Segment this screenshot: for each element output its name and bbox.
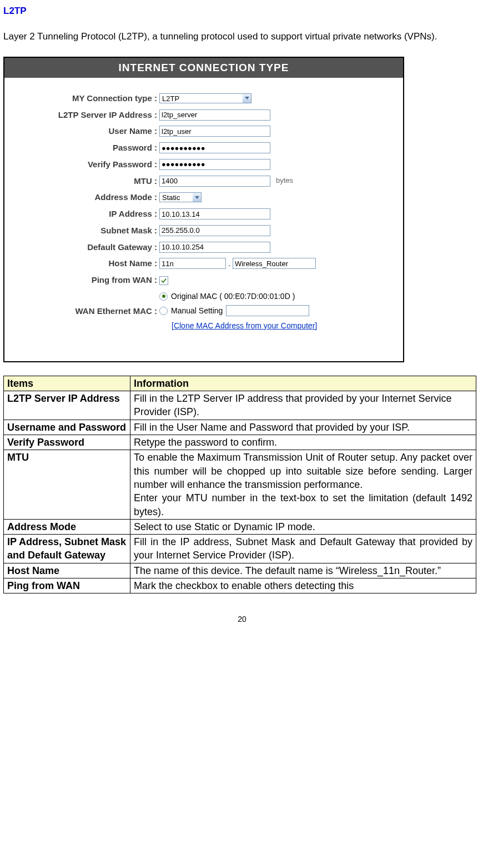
label-server-ip: L2TP Server IP Address :	[16, 109, 159, 121]
label-username: User Name :	[16, 125, 159, 137]
cell-info: Retype the password to confirm.	[130, 435, 476, 450]
mac-manual-label: Manual Setting	[171, 305, 223, 316]
cell-item: IP Address, Subnet Mask and Default Gate…	[4, 535, 130, 563]
label-host-name: Host Name :	[16, 257, 159, 270]
mtu-unit: bytes	[276, 176, 293, 186]
ip-address-input[interactable]	[159, 208, 270, 220]
header-information: Information	[130, 376, 476, 391]
row-host-name: Host Name : .	[16, 257, 392, 270]
connection-type-value: L2TP	[159, 93, 243, 103]
cell-item: L2TP Server IP Address	[4, 391, 130, 420]
table-row: L2TP Server IP Address Fill in the L2TP …	[4, 391, 476, 420]
table-row: Verify Password Retype the password to c…	[4, 435, 476, 450]
verify-password-input[interactable]	[159, 159, 270, 170]
cell-info: Fill in the L2TP Server IP address that …	[130, 391, 476, 420]
label-address-mode: Address Mode :	[16, 191, 159, 203]
table-row: Username and Password Fill in the User N…	[4, 420, 476, 435]
label-ping-from-wan: Ping from WAN :	[16, 274, 159, 286]
cell-info: Select to use Static or Dynamic IP mode.	[130, 519, 476, 534]
cell-item: Username and Password	[4, 420, 130, 435]
radio-manual-mac[interactable]	[159, 307, 168, 315]
cell-info: To enable the Maximum Transmission Unit …	[130, 450, 476, 519]
label-wan-mac: WAN Ethernet MAC :	[16, 305, 159, 317]
mac-option-original[interactable]: Original MAC ( 00:E0:7D:00:01:0D )	[159, 291, 317, 302]
host-name-input-2[interactable]	[233, 258, 316, 269]
label-verify-password: Verify Password :	[16, 158, 159, 171]
connection-type-select[interactable]: L2TP	[159, 93, 251, 103]
host-name-input-1[interactable]	[159, 258, 226, 269]
table-row: IP Address, Subnet Mask and Default Gate…	[4, 535, 476, 563]
cell-info: The name of this device. The default nam…	[130, 563, 476, 578]
subnet-mask-input[interactable]	[159, 225, 270, 236]
address-mode-value: Static	[159, 192, 193, 202]
row-username: User Name :	[16, 125, 392, 137]
clone-mac-link[interactable]: [Clone MAC Address from your Computer]	[172, 320, 317, 331]
cell-item: Ping from WAN	[4, 578, 130, 593]
row-ip-address: IP Address :	[16, 208, 392, 220]
password-input[interactable]	[159, 142, 270, 153]
label-connection-type: MY Connection type :	[16, 92, 159, 104]
host-name-separator: .	[228, 258, 230, 269]
table-header-row: Items Information	[4, 376, 476, 391]
page-number: 20	[3, 613, 481, 625]
info-table: Items Information L2TP Server IP Address…	[3, 376, 476, 593]
config-panel: INTERNET CONNECTION TYPE MY Connection t…	[3, 57, 404, 362]
label-ip-address: IP Address :	[16, 208, 159, 220]
check-icon	[161, 278, 167, 283]
radio-original-mac[interactable]	[159, 292, 168, 301]
row-wan-mac: WAN Ethernet MAC : Original MAC ( 00:E0:…	[16, 291, 392, 331]
label-mtu: MTU :	[16, 175, 159, 187]
cell-info: Fill in the IP address, Subnet Mask and …	[130, 535, 476, 563]
mac-original-label: Original MAC ( 00:E0:7D:00:01:0D )	[171, 291, 295, 302]
header-items: Items	[4, 376, 130, 391]
row-mtu: MTU : bytes	[16, 175, 392, 187]
ping-from-wan-checkbox[interactable]	[159, 276, 168, 285]
cell-item: Host Name	[4, 563, 130, 578]
table-row: Address Mode Select to use Static or Dyn…	[4, 519, 476, 534]
cell-info: Mark the checkbox to enable others detec…	[130, 578, 476, 593]
cell-item: MTU	[4, 450, 130, 519]
row-server-ip: L2TP Server IP Address :	[16, 109, 392, 121]
table-row: Host Name The name of this device. The d…	[4, 563, 476, 578]
cell-item: Address Mode	[4, 519, 130, 534]
row-subnet-mask: Subnet Mask :	[16, 225, 392, 237]
row-connection-type: MY Connection type : L2TP	[16, 92, 392, 104]
panel-body: MY Connection type : L2TP L2TP Server IP…	[4, 78, 403, 361]
chevron-down-icon	[243, 93, 251, 103]
server-ip-input[interactable]	[159, 109, 270, 121]
label-password: Password :	[16, 142, 159, 154]
address-mode-select[interactable]: Static	[159, 192, 202, 202]
table-row: Ping from WAN Mark the checkbox to enabl…	[4, 578, 476, 593]
row-address-mode: Address Mode : Static	[16, 191, 392, 203]
manual-mac-input[interactable]	[226, 305, 309, 316]
default-gateway-input[interactable]	[159, 242, 270, 253]
username-input[interactable]	[159, 126, 270, 137]
section-heading: L2TP	[3, 4, 481, 18]
cell-item: Verify Password	[4, 435, 130, 450]
row-ping-from-wan: Ping from WAN :	[16, 274, 392, 286]
label-subnet-mask: Subnet Mask :	[16, 225, 159, 237]
label-default-gateway: Default Gateway :	[16, 241, 159, 253]
intro-paragraph: Layer 2 Tunneling Protocol (L2TP), a tun…	[3, 28, 481, 45]
row-default-gateway: Default Gateway :	[16, 241, 392, 253]
row-password: Password :	[16, 142, 392, 154]
row-verify-password: Verify Password :	[16, 158, 392, 171]
panel-title: INTERNET CONNECTION TYPE	[4, 58, 403, 78]
chevron-down-icon	[193, 192, 202, 202]
table-row: MTU To enable the Maximum Transmission U…	[4, 450, 476, 519]
cell-info: Fill in the User Name and Password that …	[130, 420, 476, 435]
mac-option-manual[interactable]: Manual Setting	[159, 305, 317, 316]
mtu-input[interactable]	[159, 176, 270, 187]
